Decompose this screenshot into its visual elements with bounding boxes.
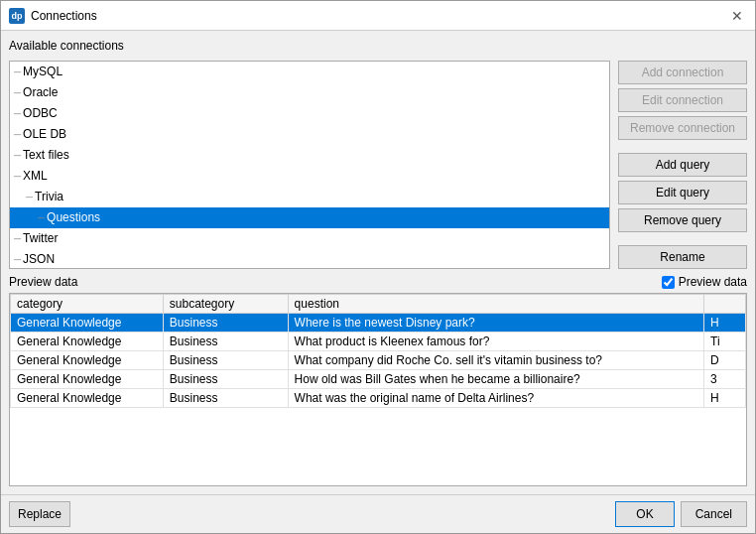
tree-item-oledb[interactable]: ─OLE DB (10, 124, 609, 145)
tree-dash: ─ (14, 108, 21, 119)
cell-subcategory: Business (163, 389, 288, 408)
tree-dash: ─ (14, 87, 21, 98)
tree-dash: ─ (14, 129, 21, 140)
table-container: category subcategory question General Kn… (9, 293, 747, 486)
table-row[interactable]: General Knowledge Business What product … (11, 333, 746, 351)
available-connections-label: Available connections (9, 39, 747, 53)
preview-data-checkbox[interactable] (662, 276, 675, 289)
tree-item-oracle[interactable]: ─Oracle (10, 82, 609, 103)
edit-connection-button[interactable]: Edit connection (618, 88, 747, 112)
tree-item-json[interactable]: ─JSON (10, 249, 609, 268)
close-button[interactable]: ✕ (727, 7, 747, 25)
cell-category: General Knowledge (11, 333, 164, 351)
replace-button[interactable]: Replace (9, 501, 70, 527)
edit-query-button[interactable]: Edit query (618, 181, 747, 204)
cell-subcategory: Business (163, 370, 288, 389)
table-row[interactable]: General Knowledge Business What company … (11, 351, 746, 370)
preview-header: Preview data Preview data (9, 275, 747, 289)
tree-dash: ─ (14, 150, 21, 161)
table-header-row: category subcategory question (11, 295, 746, 314)
buttons-column: Add connection Edit connection Remove co… (618, 61, 747, 269)
cell-question: What company did Roche Co. sell it's vit… (288, 351, 703, 370)
column-header-extra (704, 295, 746, 314)
cancel-button[interactable]: Cancel (681, 501, 747, 527)
data-table: category subcategory question General Kn… (10, 294, 746, 408)
tree-item-twitter[interactable]: ─Twitter (10, 228, 609, 249)
cell-category: General Knowledge (11, 314, 164, 333)
cell-extra: D (704, 351, 746, 370)
tree-item-xml[interactable]: ─XML (10, 166, 609, 187)
table-row[interactable]: General Knowledge Business Where is the … (11, 314, 746, 333)
title-bar-left: dp Connections (9, 8, 97, 24)
preview-data-checkbox-label[interactable]: Preview data (662, 275, 747, 289)
remove-query-button[interactable]: Remove query (618, 208, 747, 232)
cell-extra: 3 (704, 370, 746, 389)
cell-subcategory: Business (163, 351, 288, 370)
tree-dash: ─ (14, 254, 21, 265)
cell-extra: H (704, 389, 746, 408)
title-bar: dp Connections ✕ (1, 1, 755, 31)
cell-extra: H (704, 314, 746, 333)
dialog-title: Connections (31, 9, 97, 23)
tree-item-odbc[interactable]: ─ODBC (10, 103, 609, 124)
ok-button[interactable]: OK (615, 501, 674, 527)
add-query-button[interactable]: Add query (618, 153, 747, 177)
column-header-category: category (11, 295, 164, 314)
cell-extra: Ti (704, 333, 746, 351)
tree-dash: ─ (26, 192, 33, 202)
cell-question: How old was Bill Gates when he became a … (288, 370, 703, 389)
dialog-icon: dp (9, 8, 25, 24)
cell-question: Where is the newest Disney park? (288, 314, 703, 333)
tree-container: ─MySQL─Oracle─ODBC─OLE DB─Text files─XML… (9, 61, 610, 269)
dialog-body: Available connections ─MySQL─Oracle─ODBC… (1, 31, 755, 494)
remove-connection-button[interactable]: Remove connection (618, 116, 747, 140)
tree-dash: ─ (14, 233, 21, 244)
cell-question: What was the original name of Delta Airl… (288, 389, 703, 408)
main-area: ─MySQL─Oracle─ODBC─OLE DB─Text files─XML… (9, 61, 747, 269)
column-header-question: question (288, 295, 703, 314)
cell-question: What product is Kleenex famous for? (288, 333, 703, 351)
cell-subcategory: Business (163, 333, 288, 351)
tree-dash: ─ (14, 171, 21, 182)
cell-category: General Knowledge (11, 370, 164, 389)
tree-item-trivia[interactable]: ─Trivia (10, 187, 609, 207)
tree-item-mysql[interactable]: ─MySQL (10, 62, 609, 82)
footer-right: OK Cancel (615, 501, 747, 527)
footer: Replace OK Cancel (1, 494, 755, 533)
tree-dash: ─ (38, 212, 45, 223)
table-row[interactable]: General Knowledge Business What was the … (11, 389, 746, 408)
tree-item-questions[interactable]: ─Questions (10, 207, 609, 228)
cell-subcategory: Business (163, 314, 288, 333)
cell-category: General Knowledge (11, 389, 164, 408)
add-connection-button[interactable]: Add connection (618, 61, 747, 84)
preview-data-label: Preview data (9, 275, 77, 289)
cell-category: General Knowledge (11, 351, 164, 370)
connections-dialog: dp Connections ✕ Available connections ─… (0, 0, 756, 534)
rename-button[interactable]: Rename (618, 245, 747, 269)
preview-section: Preview data Preview data category subca… (9, 275, 747, 486)
table-wrapper[interactable]: category subcategory question General Kn… (10, 294, 746, 485)
tree-scroll[interactable]: ─MySQL─Oracle─ODBC─OLE DB─Text files─XML… (10, 62, 609, 268)
tree-item-textfiles[interactable]: ─Text files (10, 145, 609, 166)
tree-dash: ─ (14, 67, 21, 77)
table-row[interactable]: General Knowledge Business How old was B… (11, 370, 746, 389)
column-header-subcategory: subcategory (163, 295, 288, 314)
